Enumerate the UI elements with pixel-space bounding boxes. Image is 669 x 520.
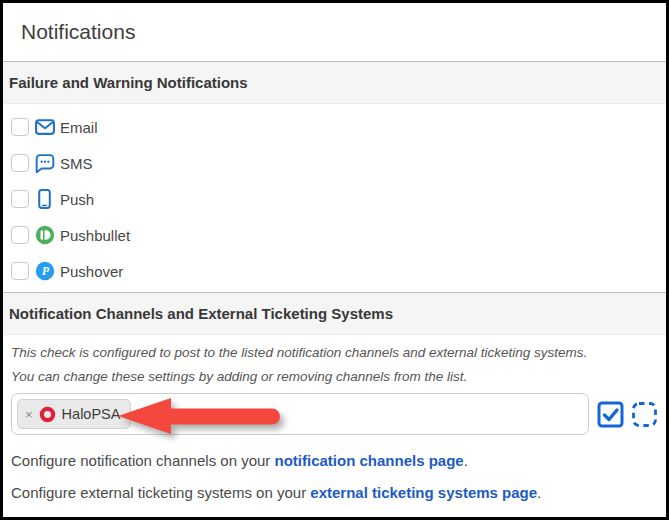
section-heading: Notification Channels and External Ticke…: [9, 305, 658, 322]
option-row-email: Email: [11, 109, 666, 145]
channel-chip-halopsa[interactable]: × HaloPSA: [17, 399, 131, 429]
option-row-sms: SMS: [11, 145, 666, 181]
chip-remove-icon[interactable]: ×: [25, 408, 33, 421]
option-row-pushbullet: Pushbullet: [11, 217, 666, 253]
option-label: Email: [60, 119, 98, 136]
channels-tag-input[interactable]: × HaloPSA: [11, 393, 589, 435]
pushbullet-checkbox[interactable]: [11, 226, 29, 244]
section-failure-warning-header: Failure and Warning Notifications: [3, 61, 666, 104]
option-label: Pushbullet: [60, 227, 130, 244]
halopsa-logo-icon: [39, 406, 56, 423]
dashed-square-icon[interactable]: [631, 401, 658, 428]
description-line-1: This check is configured to post to the …: [11, 345, 658, 360]
configure-ticketing-line: Configure external ticketing systems on …: [11, 484, 666, 501]
pushbullet-icon: [34, 225, 55, 246]
red-arrow-annotation: [115, 395, 303, 437]
svg-text:P: P: [41, 264, 49, 278]
email-icon: [34, 117, 55, 138]
notification-channels-page-link[interactable]: notification channels page: [275, 452, 464, 469]
email-checkbox[interactable]: [11, 118, 29, 136]
configure-channels-suffix: .: [464, 452, 468, 469]
configure-channels-line: Configure notification channels on your …: [11, 452, 666, 469]
page-title: Notifications: [21, 20, 135, 44]
sms-checkbox[interactable]: [11, 154, 29, 172]
push-checkbox[interactable]: [11, 190, 29, 208]
option-label: Push: [60, 191, 94, 208]
option-row-pushover: P Pushover: [11, 253, 666, 289]
channels-input-row: × HaloPSA: [11, 393, 658, 435]
option-row-push: Push: [11, 181, 666, 217]
pushover-checkbox[interactable]: [11, 262, 29, 280]
notification-options-list: Email SMS Push: [3, 104, 666, 292]
channel-selection-actions: [597, 401, 658, 428]
sms-icon: [34, 153, 55, 174]
page-header: Notifications: [3, 3, 666, 61]
pushover-icon: P: [34, 261, 55, 282]
chip-label: HaloPSA: [62, 406, 121, 422]
description-line-2: You can change these settings by adding …: [11, 369, 658, 384]
configure-channels-prefix: Configure notification channels on your: [11, 452, 275, 469]
section-heading: Failure and Warning Notifications: [9, 74, 658, 91]
external-ticketing-systems-page-link[interactable]: external ticketing systems page: [310, 484, 537, 501]
option-label: SMS: [60, 155, 93, 172]
configure-ticketing-suffix: .: [537, 484, 541, 501]
section-channels-header: Notification Channels and External Ticke…: [3, 292, 666, 335]
configure-ticketing-prefix: Configure external ticketing systems on …: [11, 484, 310, 501]
check-square-icon[interactable]: [597, 401, 624, 428]
option-label: Pushover: [60, 263, 123, 280]
push-icon: [34, 189, 55, 210]
channels-description: This check is configured to post to the …: [3, 335, 666, 384]
